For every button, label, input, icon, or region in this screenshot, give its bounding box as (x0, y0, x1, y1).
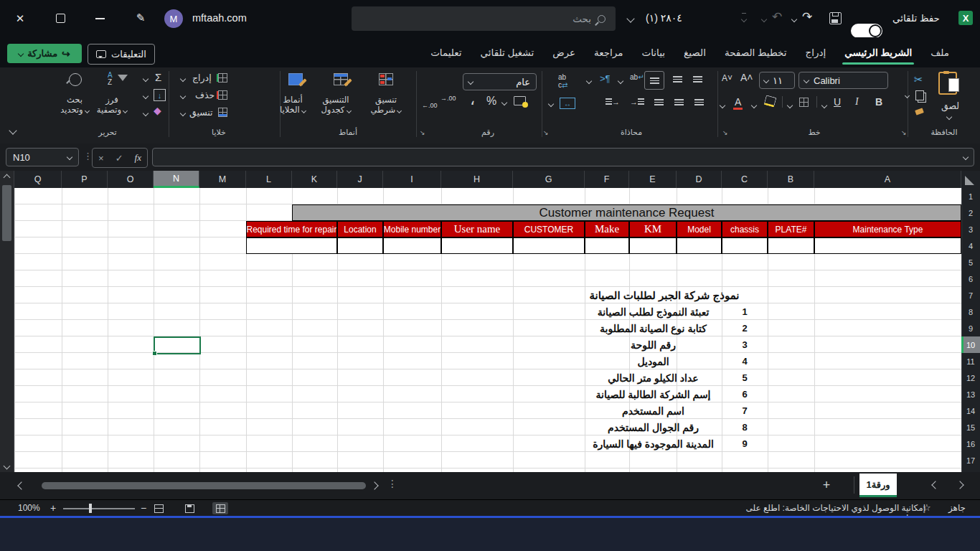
cell-styles-icon[interactable] (288, 73, 303, 85)
align-left-icon[interactable] (654, 99, 664, 105)
form-item-number[interactable]: 9 (722, 435, 768, 452)
autosum-chevron-icon[interactable] (143, 76, 149, 82)
shrink-font-icon[interactable]: A˅ (722, 73, 732, 83)
column-header-J[interactable]: J (337, 171, 383, 188)
clear-icon[interactable]: ◆ (154, 105, 161, 116)
page-layout-view-button[interactable] (182, 502, 197, 514)
row-header-17[interactable]: 17 (961, 452, 980, 468)
name-box[interactable]: N10 (6, 148, 79, 166)
sort-filter-icon[interactable]: AZ (108, 72, 113, 86)
ribbon-tab-تخطيط الصفحة[interactable]: تخطيط الصفحة (715, 37, 796, 67)
row-header-12[interactable]: 12 (961, 369, 980, 386)
autosum-icon[interactable]: Σ (155, 71, 161, 83)
column-header-O[interactable]: O (108, 171, 154, 188)
form-item-text[interactable]: تعبئة النموذج لطلب الصيانة (585, 303, 722, 320)
table-empty-cell[interactable] (246, 237, 337, 254)
table-header-cell[interactable]: Location (337, 221, 383, 237)
row-header-8[interactable]: 8 (961, 303, 980, 320)
row-header-5[interactable]: 5 (961, 254, 980, 270)
column-header-H[interactable]: H (441, 171, 513, 188)
insert-function-icon[interactable]: fx (135, 152, 141, 164)
merge-chevron-icon[interactable] (548, 101, 554, 107)
find-select-button[interactable]: بحثوتحديد (52, 95, 98, 115)
table-empty-cell[interactable] (722, 237, 768, 254)
column-header-C[interactable]: C (722, 171, 768, 188)
font-dialog-launcher-icon[interactable]: ↘ (722, 129, 728, 136)
scroll-up-icon[interactable] (4, 174, 11, 182)
font-color-chevron-icon[interactable] (720, 103, 725, 108)
increase-indent-icon[interactable]: → (630, 98, 644, 106)
collapse-ribbon-icon[interactable] (9, 126, 17, 134)
column-header-A[interactable]: A (814, 171, 961, 188)
sheet-nav-next-icon[interactable] (956, 481, 963, 489)
ribbon-options-icon[interactable] (742, 13, 746, 23)
table-empty-cell[interactable] (677, 237, 722, 254)
grow-font-icon[interactable]: A˄ (740, 72, 753, 83)
find-select-icon[interactable] (69, 73, 82, 89)
paste-chevron-icon[interactable] (946, 114, 952, 120)
row-header-14[interactable]: 14 (961, 402, 980, 419)
form-item-text[interactable]: المدينة الموجودة فيها السيارة (585, 435, 722, 452)
form-item-text[interactable]: الموديل (585, 353, 722, 369)
format-painter-icon[interactable] (915, 108, 924, 115)
column-header-E[interactable]: E (629, 171, 677, 188)
merge-center-icon[interactable]: ↔ (560, 98, 575, 109)
conditional-formatting-icon[interactable] (379, 73, 393, 85)
column-header-Q[interactable]: Q (14, 171, 62, 188)
ribbon-tab-تعليمات[interactable]: تعليمات (421, 37, 471, 67)
row-header-11[interactable]: 11 (961, 353, 980, 369)
format-cells-icon[interactable] (218, 108, 227, 117)
align-right-icon[interactable] (694, 99, 704, 105)
ribbon-tab-إدراج[interactable]: إدراج (796, 37, 835, 67)
row-header-6[interactable]: 6 (961, 270, 980, 287)
select-all-corner[interactable] (961, 171, 980, 188)
sheet-tab-active[interactable]: ورقة1 (859, 474, 897, 497)
table-header-cell[interactable]: KM (629, 221, 677, 237)
search-box[interactable]: بحث (352, 6, 616, 31)
document-title[interactable]: ٢٨٠٤ (١) (646, 12, 682, 24)
number-format-combo[interactable]: عام (463, 73, 537, 90)
scroll-down-icon[interactable] (4, 463, 11, 470)
cancel-icon[interactable]: × (98, 153, 104, 164)
paste-label[interactable]: لصق (941, 100, 959, 111)
cut-icon[interactable]: ✂ (914, 73, 923, 86)
form-item-text[interactable]: كتابة نوع الصيانة المطلوبة (585, 320, 722, 336)
font-size-combo[interactable]: ١١ (759, 72, 795, 89)
format-as-table-icon[interactable] (334, 73, 348, 85)
insert-cells-icon[interactable] (218, 73, 227, 83)
form-item-text[interactable]: إسم الشركة الطالبة للصيانة (585, 386, 722, 402)
font-name-combo[interactable]: Calibri (798, 72, 888, 89)
form-item-text[interactable]: عداد الكيلو متر الحالي (585, 369, 722, 386)
fill-icon[interactable]: ↓ (154, 89, 166, 101)
column-header-D[interactable]: D (677, 171, 722, 188)
row-header-3[interactable]: 3 (961, 221, 980, 237)
scrollbar-splitter[interactable]: ⋮ (387, 478, 397, 489)
column-header-N[interactable]: N (154, 171, 199, 188)
comma-style-icon[interactable]: ، (470, 90, 475, 109)
column-header-M[interactable]: M (199, 171, 246, 188)
table-empty-cell[interactable] (383, 237, 441, 254)
number-dialog-launcher-icon[interactable]: ↘ (420, 129, 425, 136)
table-header-cell[interactable]: Mobile number (383, 221, 441, 237)
zoom-slider[interactable] (63, 508, 135, 509)
insert-cells-label[interactable]: إدراج (192, 72, 212, 83)
percent-style-icon[interactable]: % (486, 95, 496, 108)
table-empty-cell[interactable] (513, 237, 585, 254)
redo-menu-chevron-icon[interactable] (791, 17, 797, 22)
row-header-2[interactable]: 2 (961, 204, 980, 221)
form-item-text[interactable]: رقم الجوال المستخدم (585, 419, 722, 435)
minimize-button[interactable] (95, 18, 105, 19)
format-cells-label[interactable]: تنسيق (189, 107, 213, 118)
zoom-level[interactable]: 100% (18, 503, 40, 513)
delete-cells-label[interactable]: حذف (195, 90, 215, 100)
insert-chevron-icon[interactable] (180, 76, 186, 82)
page-break-view-button[interactable] (151, 502, 166, 514)
column-header-I[interactable]: I (383, 171, 441, 188)
form-item-number[interactable]: 5 (722, 369, 768, 386)
table-empty-cell[interactable] (768, 237, 814, 254)
table-empty-cell[interactable] (629, 237, 677, 254)
copy-icon[interactable] (915, 90, 924, 100)
normal-view-button[interactable] (212, 502, 228, 514)
column-header-F[interactable]: F (585, 171, 629, 188)
column-header-G[interactable]: G (513, 171, 585, 188)
